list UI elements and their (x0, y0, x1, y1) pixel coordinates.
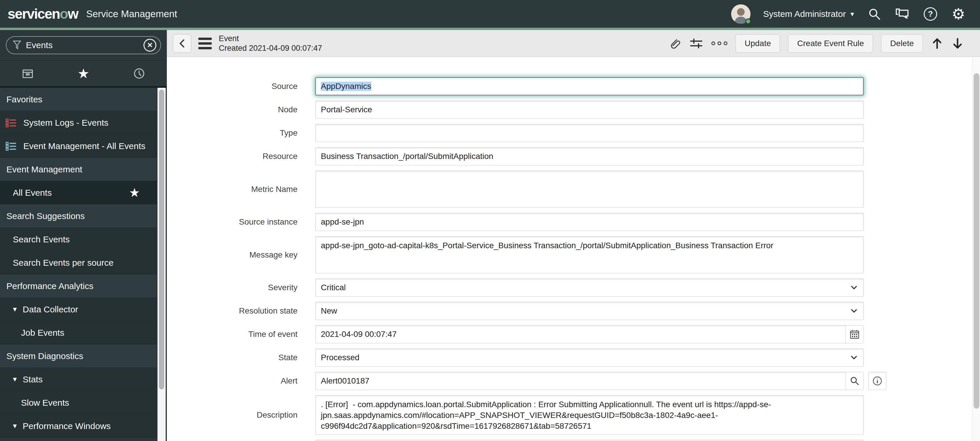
form-header: Event Created 2021-04-09 00:07:47 Update… (167, 30, 980, 57)
attachment-icon[interactable] (668, 37, 681, 50)
sidebar-scrollbar[interactable] (158, 88, 165, 441)
field-row-node: Node (167, 100, 980, 119)
sidebar-item-performance-windows[interactable]: ▼ Performance Windows (0, 414, 157, 438)
section-label: Favorites (6, 94, 42, 104)
sidebar-item-label: Job Events (21, 328, 64, 338)
resolution-state-label: Resolution state (167, 306, 315, 315)
clear-circle-x-icon[interactable]: ✕ (143, 39, 156, 52)
search-icon[interactable] (867, 6, 882, 22)
severity-select[interactable]: Critical (315, 279, 864, 297)
type-input[interactable] (315, 124, 864, 142)
resolution-state-select[interactable]: New (315, 302, 864, 320)
tab-favorites[interactable]: ★ (56, 60, 111, 86)
tab-history[interactable] (111, 60, 167, 86)
more-options-icon[interactable] (711, 41, 727, 45)
filter-funnel-icon (13, 40, 21, 51)
type-label: Type (167, 128, 315, 138)
sidebar-item-job-events[interactable]: Job Events (0, 321, 157, 344)
field-row-description: Description . [Error] - com.appdynamics.… (167, 395, 980, 435)
reference-info-button[interactable] (868, 372, 886, 390)
navigator-tabs: ★ (0, 60, 167, 86)
module-list-icon-blue (5, 140, 17, 152)
favorites-tab-icon: ★ (77, 67, 89, 80)
previous-record-icon[interactable] (931, 37, 943, 50)
resource-label: Resource (167, 152, 315, 161)
tab-all-applications[interactable] (0, 60, 56, 86)
section-system-diagnostics: System Diagnostics (0, 344, 157, 368)
navigator-filter-input[interactable] (26, 40, 140, 50)
section-performance-analytics: Performance Analytics (0, 274, 157, 298)
back-button[interactable] (173, 34, 191, 53)
top-banner: servicenow Service Management System Adm… (0, 0, 980, 28)
question-mark-glyph: ? (924, 7, 937, 21)
connect-chat-icon[interactable] (895, 6, 910, 22)
sidebar-item-slow-events[interactable]: Slow Events (0, 391, 157, 414)
time-of-event-label: Time of event (167, 330, 315, 339)
state-label: State (167, 353, 315, 362)
source-instance-input[interactable] (315, 213, 864, 231)
sidebar-item-data-collector[interactable]: ▼ Data Collector (0, 298, 157, 321)
sidebar-scrollbar-thumb[interactable] (159, 89, 164, 389)
record-subtitle: Created 2021-04-09 00:07:47 (219, 43, 322, 53)
calendar-button[interactable] (845, 325, 863, 343)
form-scrollbar-thumb[interactable] (974, 73, 979, 409)
field-row-time-of-event: Time of event (167, 325, 980, 343)
filter-pill: ✕ (6, 36, 161, 54)
personalize-form-icon[interactable] (689, 37, 703, 50)
navigator-filter-area: ✕ (0, 30, 167, 60)
create-event-rule-button[interactable]: Create Event Rule (788, 34, 873, 53)
message-key-label: Message key (167, 250, 315, 260)
sidebar-item-system-logs-events[interactable]: System Logs - Events (0, 111, 157, 134)
servicenow-window: servicenow Service Management System Adm… (0, 0, 980, 441)
sidebar-item-all-events[interactable]: All Events ★ (0, 181, 157, 204)
user-menu[interactable]: System Administrator ▾ (763, 9, 854, 19)
sidebar-item-search-events[interactable]: Search Events (0, 228, 157, 251)
user-avatar[interactable] (731, 4, 751, 24)
message-key-textarea[interactable]: appd-se-jpn_goto-ad-capital-k8s_Portal-S… (315, 236, 864, 273)
metric-name-label: Metric Name (167, 185, 315, 194)
help-icon[interactable]: ? (923, 6, 938, 22)
description-textarea[interactable]: . [Error] - com.appdynamics.loan.portal.… (315, 395, 864, 435)
sidebar-item-event-management-all-events[interactable]: Event Management - All Events (0, 134, 157, 158)
application-navigator: ✕ ★ Favorites (0, 30, 167, 441)
field-row-source: Source AppDynamics (167, 77, 980, 96)
next-record-icon[interactable] (951, 37, 964, 50)
alert-reference-input[interactable] (315, 372, 864, 390)
sidebar-item-label: Slow Events (21, 398, 69, 408)
update-button[interactable]: Update (736, 34, 780, 53)
field-row-metric-name: Metric Name (167, 170, 980, 208)
metric-name-textarea[interactable] (315, 170, 864, 208)
event-form: Source AppDynamics Node Type (167, 57, 980, 441)
servicenow-logo: servicenow (8, 6, 78, 22)
reference-lookup-button[interactable] (845, 372, 863, 390)
delete-button[interactable]: Delete (881, 34, 923, 53)
source-input[interactable]: AppDynamics (315, 77, 864, 96)
sidebar-item-search-events-per-source[interactable]: Search Events per source (0, 251, 157, 274)
sidebar-item-label: System Logs - Events (23, 118, 108, 128)
sidebar-item-label: Search Events per source (13, 258, 113, 268)
sidebar-item-label: Data Collector (23, 304, 78, 314)
partial-bottom-input[interactable] (315, 440, 864, 441)
chevron-left-icon (178, 38, 186, 49)
field-row-alert: Alert (167, 372, 980, 390)
triangle-down-icon: ▼ (12, 376, 18, 383)
settings-icon[interactable]: ⚙ (951, 6, 966, 22)
field-row-source-instance: Source instance (167, 213, 980, 231)
resource-input[interactable] (315, 147, 864, 166)
sidebar-item-stats[interactable]: ▼ Stats (0, 368, 157, 391)
favorite-star-icon[interactable]: ★ (129, 187, 140, 199)
time-of-event-input[interactable] (315, 325, 864, 343)
product-title: Service Management (86, 8, 177, 19)
node-input[interactable] (315, 100, 864, 119)
navigator-menu: Favorites System Logs - Events (0, 86, 167, 438)
source-instance-label: Source instance (167, 217, 315, 227)
record-view: Event Created 2021-04-09 00:07:47 Update… (167, 30, 980, 441)
field-row-state: State Processed (167, 349, 980, 367)
form-context-menu[interactable] (198, 38, 212, 49)
node-label: Node (167, 105, 315, 114)
calendar-icon (850, 329, 860, 339)
form-scrollbar[interactable] (972, 57, 980, 441)
module-list-icon-red (5, 117, 17, 129)
state-select[interactable]: Processed (315, 349, 864, 367)
section-label: Search Suggestions (6, 211, 85, 221)
